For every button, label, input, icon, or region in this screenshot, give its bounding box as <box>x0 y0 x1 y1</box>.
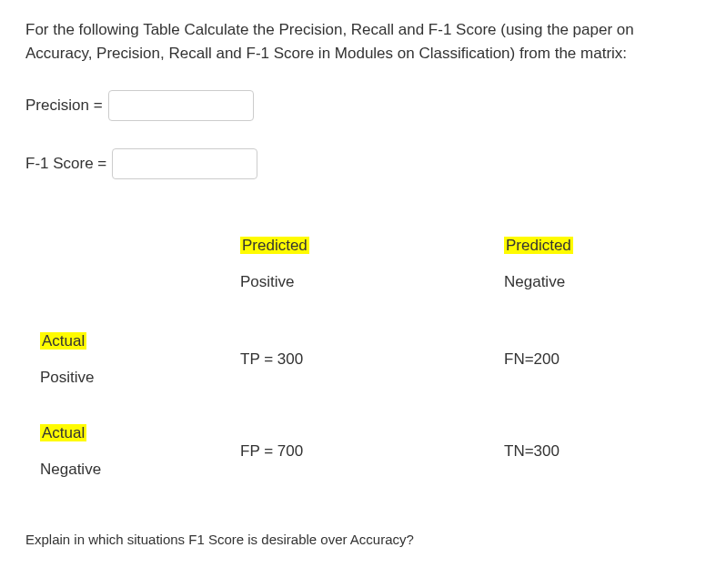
confusion-matrix: Predicted Positive Predicted Negative Ac… <box>40 234 691 481</box>
col-header-predicted-1: Predicted <box>240 234 504 258</box>
row-header-actual-2: Actual <box>40 421 240 445</box>
precision-input[interactable] <box>108 90 254 121</box>
matrix-row-actual-negative: Actual Negative FP = 700 TN=300 <box>40 421 691 481</box>
matrix-column-headers: Predicted Positive Predicted Negative <box>40 234 691 293</box>
f1-input[interactable] <box>112 148 257 179</box>
f1-label: F-1 Score = <box>25 152 106 176</box>
precision-label: Precision = <box>25 94 103 117</box>
col-header-positive: Positive <box>240 270 504 294</box>
matrix-row-actual-positive: Actual Positive TP = 300 FN=200 <box>40 329 691 389</box>
col-header-predicted-2: Predicted <box>504 234 686 258</box>
cell-tp: TP = 300 <box>240 350 303 368</box>
cell-fn: FN=200 <box>504 350 560 368</box>
row-header-negative: Negative <box>40 458 240 482</box>
followup-question: Explain in which situations F1 Score is … <box>25 530 691 551</box>
row-header-positive: Positive <box>40 366 240 390</box>
cell-fp: FP = 700 <box>240 442 303 460</box>
row-header-actual-1: Actual <box>40 329 240 353</box>
col-header-negative: Negative <box>504 270 686 294</box>
question-intro: For the following Table Calculate the Pr… <box>25 18 691 65</box>
cell-tn: TN=300 <box>504 442 560 460</box>
f1-row: F-1 Score = <box>25 148 691 179</box>
precision-row: Precision = <box>25 90 691 121</box>
